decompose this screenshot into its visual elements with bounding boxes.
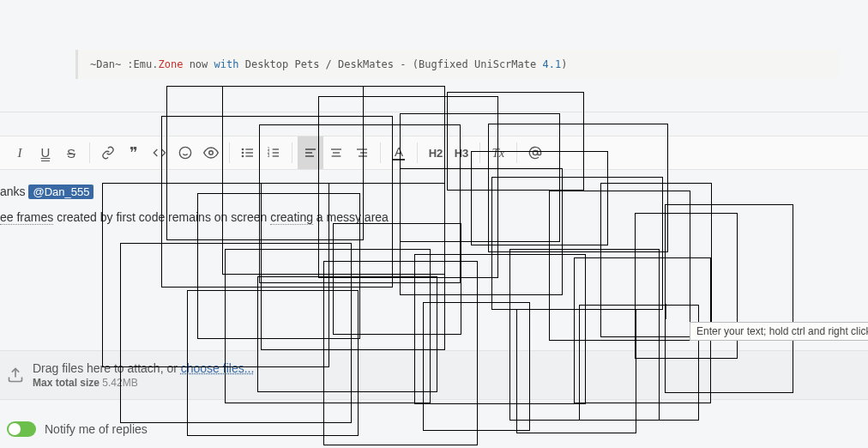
clear-format-button[interactable]: Tx xyxy=(485,136,511,169)
code-button[interactable] xyxy=(147,136,172,169)
editor-tooltip: Enter your text; hold ctrl and right cli… xyxy=(690,322,868,341)
list-ul-icon xyxy=(241,146,255,160)
choose-files-link[interactable]: choose files... xyxy=(181,361,255,375)
editor-line-1: anks @Dan_555 xyxy=(0,185,868,198)
h3-button[interactable]: H3 xyxy=(449,136,474,169)
toolbar-separator xyxy=(516,142,517,163)
unordered-list-button[interactable] xyxy=(235,136,261,169)
editor-line-2: ee frames created by first code remains … xyxy=(0,210,868,224)
align-center-button[interactable] xyxy=(323,136,349,169)
svg-point-0 xyxy=(179,147,190,158)
signature-block: ~Dan~ :Emu.Zone now with Desktop Pets / … xyxy=(75,50,839,79)
toolbar-separator xyxy=(89,142,90,163)
code-icon xyxy=(153,146,166,160)
strike-button[interactable]: S xyxy=(58,136,84,169)
attachment-icon xyxy=(7,366,26,384)
list-ol-icon: 123 xyxy=(267,146,280,160)
mention-button[interactable] xyxy=(522,136,548,169)
editor-content[interactable]: anks @Dan_555 ee frames created by first… xyxy=(0,171,868,224)
align-left-icon xyxy=(304,146,317,160)
svg-text:3: 3 xyxy=(268,154,270,158)
quote-button[interactable]: ❞ xyxy=(121,136,147,169)
align-center-icon xyxy=(329,146,343,160)
svg-point-7 xyxy=(242,148,243,149)
toolbar-separator xyxy=(229,142,230,163)
toolbar-separator xyxy=(380,142,381,163)
attachment-bar[interactable]: Drag files here to attach, or choose fil… xyxy=(0,350,868,400)
smile-icon xyxy=(178,146,192,160)
svg-point-8 xyxy=(242,152,243,153)
text-color-button[interactable]: A xyxy=(386,136,412,169)
toolbar-separator xyxy=(479,142,480,163)
toolbar-separator xyxy=(292,142,292,163)
editor-toolbar: I U S ❞ 123 A H2 H3 Tx xyxy=(0,136,868,170)
stray-frame xyxy=(333,223,461,335)
emoji-button[interactable] xyxy=(172,136,198,169)
notify-label: Notify me of replies xyxy=(45,422,148,436)
eye-icon xyxy=(203,145,219,160)
preview-button[interactable] xyxy=(198,136,224,169)
link-button[interactable] xyxy=(95,136,121,169)
toolbar-separator xyxy=(417,142,418,163)
h2-button[interactable]: H2 xyxy=(423,136,449,169)
align-left-button[interactable] xyxy=(298,136,323,169)
align-right-button[interactable] xyxy=(349,136,375,169)
svg-point-3 xyxy=(209,151,214,155)
text-caret xyxy=(666,304,666,319)
attachment-text: Drag files here to attach, or choose fil… xyxy=(33,361,254,389)
italic-button[interactable]: I xyxy=(7,136,33,169)
section-divider xyxy=(0,112,868,112)
notify-toggle[interactable] xyxy=(7,421,36,437)
user-mention[interactable]: @Dan_555 xyxy=(28,185,93,199)
link-icon xyxy=(101,146,115,160)
at-icon xyxy=(528,146,542,160)
sig-dan: ~Dan~ xyxy=(90,58,127,70)
ordered-list-button[interactable]: 123 xyxy=(261,136,286,169)
notify-row: Notify me of replies xyxy=(0,412,868,446)
svg-point-25 xyxy=(533,150,537,154)
align-right-icon xyxy=(355,146,369,160)
underline-button[interactable]: U xyxy=(33,136,58,169)
svg-point-9 xyxy=(242,155,243,156)
